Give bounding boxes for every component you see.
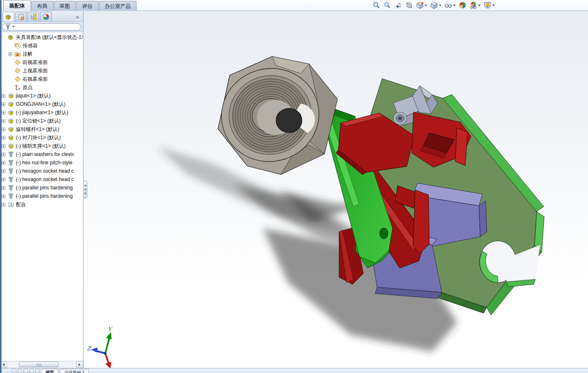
plane-icon [14,76,21,82]
tree-item-sensors[interactable]: 传感器 [0,41,83,50]
fastener-icon [8,168,14,174]
heads-up-view-toolbar [372,1,495,10]
3d-viewport[interactable]: Z Y X [84,11,588,368]
tab-layout[interactable]: 布局 [31,1,53,11]
tab-evaluate[interactable]: 评估 [76,1,99,11]
fastener-icon [8,184,14,191]
fastener-icon [8,176,14,183]
tree-item-top-plane[interactable]: 上视基准面 [0,66,83,75]
fastener-icon [8,159,14,166]
view-settings-icon[interactable] [483,1,495,10]
featuremanager-panel: » 夹具装配体 (默认<显示状态-1> 传感器 注解 前视基 [0,11,84,368]
expand-box[interactable] [2,144,5,148]
tree-item-origin[interactable]: 原点 [0,83,83,92]
expand-box[interactable] [2,119,5,123]
dropdown-caret [425,5,427,6]
tree-filter-input[interactable] [2,23,81,31]
ribbon-tabs: 装配体 布局 草图 评估 办公室产品 [3,0,137,11]
panel-horizontal-scrollbar [0,361,83,368]
component-icon [8,101,14,107]
model-tab[interactable]: 模型 [41,369,58,373]
expand-box[interactable] [2,178,5,181]
tree-item-fastener[interactable]: (-) plain washers for clevis [0,150,83,158]
dropdown-caret [439,5,441,6]
expand-box[interactable] [2,111,5,115]
tree-item-mates[interactable]: 配合 [0,200,83,209]
panel-collapse-handle[interactable] [84,181,87,198]
expand-box[interactable] [2,136,5,140]
hide-show-items-icon[interactable] [444,1,456,10]
tree-item-fastener[interactable]: (-) parallel pins hardening [0,184,83,192]
motion-study-tab[interactable]: 运动算例 1 [60,369,89,373]
tree-root-assembly[interactable]: 夹具装配体 (默认<显示状态-1> [0,33,83,41]
filter-funnel-icon [5,24,11,30]
statusbar-button[interactable] [35,369,40,373]
status-bar: 模型 运动算例 1 [0,368,588,373]
tab-overflow-chevron[interactable]: » [76,14,81,21]
window-edge [0,0,2,373]
dropdown-caret [478,5,481,6]
statusbar-button[interactable] [23,369,28,373]
assembly-icon [8,34,14,41]
expand-box[interactable] [2,94,5,98]
feature-tree: 夹具装配体 (默认<显示状态-1> 传感器 注解 前视基准面 上视基准面 右视基… [0,32,83,361]
tree-item-component[interactable]: GONGJIAN<1> (默认) [0,100,83,108]
tree-item-component[interactable]: (-) 对刀块<1> (默认) [0,133,83,142]
tree-item-fastener[interactable]: (-) hexagon socket head c [0,167,83,175]
mates-icon [8,201,14,208]
expand-box[interactable] [2,128,5,131]
origin-icon [14,84,21,91]
tree-item-fastener[interactable]: (-) hexagon socket head c [0,175,83,184]
previous-view-icon[interactable] [394,1,403,10]
component-icon [8,92,14,99]
tree-item-component[interactable]: (-) 辅助支撑<1> (默认) [0,142,83,150]
tree-item-component[interactable]: jiajuti<1> (默认) [0,92,83,100]
display-style-icon[interactable] [430,1,442,10]
command-manager-bar: 装配体 布局 草图 评估 办公室产品 [0,0,588,11]
tree-item-fastener[interactable]: (-) hex nut-fine pitch-style [0,158,83,167]
statusbar-button[interactable] [18,369,22,373]
tree-item-component[interactable]: (-) 定位销<1> (默认) [0,117,83,125]
dropdown-caret [453,5,456,6]
scrollbar-track[interactable] [7,361,76,368]
manager-tab-strip: » [0,11,83,22]
expand-box[interactable] [2,203,5,207]
expand-box[interactable] [2,186,5,190]
zoom-to-fit-icon[interactable] [372,1,381,10]
expand-box[interactable] [2,102,5,106]
expand-box[interactable] [2,153,5,156]
dropdown-caret [492,5,495,6]
component-icon [8,134,14,141]
configurationmanager-tab[interactable] [28,12,39,21]
scroll-right-arrow[interactable] [76,361,83,368]
featuremanager-tab[interactable] [3,12,14,21]
tab-sketch[interactable]: 草图 [54,1,76,11]
filter-bar [0,22,83,32]
tree-item-component[interactable]: 旋转螺杆<1> (默认) [0,125,83,133]
tab-office-products[interactable]: 办公室产品 [99,1,137,11]
statusbar-button[interactable] [29,369,34,373]
expand-box[interactable] [8,52,12,56]
tree-item-front-plane[interactable]: 前视基准面 [0,58,83,66]
scrollbar-thumb[interactable] [19,362,58,367]
tab-assembly[interactable]: 装配体 [3,0,31,11]
apply-scene-icon[interactable] [469,1,481,10]
expand-box[interactable] [2,169,5,173]
tree-item-component[interactable]: (-) jiajuyaban<1> (默认) [0,108,83,117]
component-icon [8,118,14,124]
tree-item-fastener[interactable]: (-) parallel pins hardening [0,192,83,200]
zoom-to-area-icon[interactable] [383,1,392,10]
statusbar-button[interactable] [12,369,16,373]
plane-icon [14,67,21,74]
tree-item-annotations[interactable]: 注解 [0,50,83,58]
section-view-icon[interactable] [405,1,413,10]
tree-item-right-plane[interactable]: 右视基准面 [0,75,83,83]
edit-appearance-icon[interactable] [458,1,467,10]
plane-icon [14,59,21,66]
filter-caret[interactable] [12,26,15,28]
expand-box[interactable] [2,161,5,165]
view-orientation-icon[interactable] [416,1,428,10]
displaymanager-tab[interactable] [40,12,52,21]
expand-box[interactable] [2,194,5,198]
propertymanager-tab[interactable] [15,12,27,21]
